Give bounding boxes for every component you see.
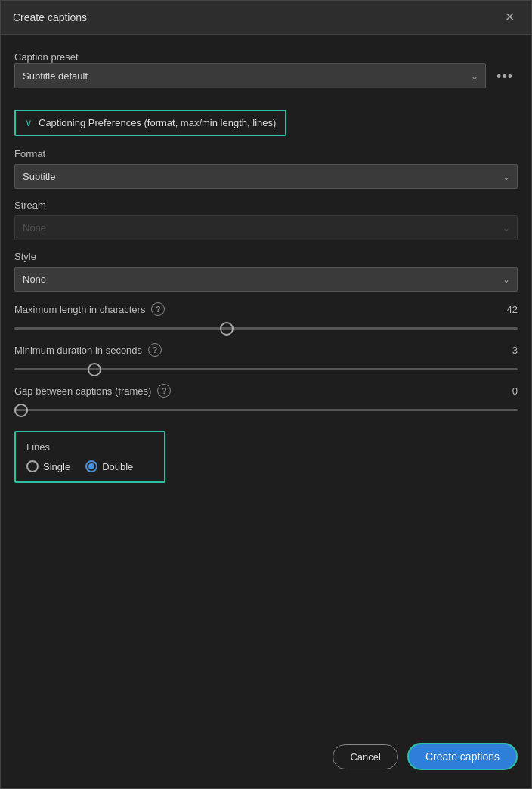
caption-preset-group: Caption preset Subtitle default ⌄ •••	[14, 50, 518, 99]
dialog-title: Create captions	[13, 11, 87, 23]
lines-double-label: Double	[102, 461, 133, 472]
gap-between-slider[interactable]	[14, 409, 518, 411]
min-duration-slider[interactable]	[14, 368, 518, 370]
gap-between-value: 0	[512, 385, 518, 397]
captioning-preferences-label: Captioning Preferences (format, max/min …	[39, 117, 276, 128]
min-duration-label-row: Minimum duration in seconds ? 3	[14, 343, 518, 357]
lines-single-radio-circle	[26, 460, 39, 472]
format-group: Format Subtitle ⌄	[14, 148, 518, 189]
captioning-preferences-header[interactable]: ∨ Captioning Preferences (format, max/mi…	[14, 110, 286, 136]
format-select[interactable]: Subtitle	[14, 164, 518, 189]
gap-between-label-row: Gap between captions (frames) ? 0	[14, 384, 518, 398]
caption-preset-select[interactable]: Subtitle default	[14, 63, 486, 88]
gap-between-label-text: Gap between captions (frames) ?	[14, 384, 171, 398]
dialog-footer: Cancel Create captions	[1, 731, 531, 788]
title-bar: Create captions ✕	[1, 1, 531, 35]
format-wrapper: Subtitle ⌄	[14, 164, 518, 189]
style-wrapper: None ⌄	[14, 267, 518, 292]
stream-group: Stream None ⌄	[14, 200, 518, 240]
create-captions-dialog: Create captions ✕ Caption preset Subtitl…	[0, 0, 532, 789]
style-label: Style	[14, 251, 518, 262]
max-length-group: Maximum length in characters ? 42	[14, 302, 518, 333]
gap-between-help-icon[interactable]: ?	[157, 384, 171, 398]
max-length-value: 42	[507, 304, 518, 315]
close-button[interactable]: ✕	[500, 10, 519, 25]
stream-wrapper: None ⌄	[14, 215, 518, 240]
max-length-label-row: Maximum length in characters ? 42	[14, 302, 518, 316]
lines-section: Lines Single Double	[14, 431, 165, 483]
lines-radio-group: Single Double	[26, 460, 153, 472]
lines-single-label: Single	[43, 461, 70, 472]
lines-double-radio-circle	[85, 460, 97, 472]
style-select[interactable]: None	[14, 267, 518, 292]
caption-preset-wrapper: Subtitle default ⌄	[14, 63, 486, 88]
caption-preset-label: Caption preset	[14, 51, 79, 63]
dialog-content: Caption preset Subtitle default ⌄ ••• ∨ …	[1, 35, 531, 731]
caption-preset-row: Subtitle default ⌄ •••	[14, 63, 518, 88]
lines-label: Lines	[26, 441, 153, 453]
preferences-chevron-icon: ∨	[25, 117, 32, 128]
max-length-help-icon[interactable]: ?	[151, 302, 165, 316]
min-duration-label-text: Minimum duration in seconds ?	[14, 343, 162, 357]
max-length-slider[interactable]	[14, 327, 518, 330]
create-captions-button[interactable]: Create captions	[407, 743, 518, 770]
gap-between-group: Gap between captions (frames) ? 0	[14, 384, 518, 414]
format-label: Format	[14, 148, 518, 159]
cancel-button[interactable]: Cancel	[332, 744, 397, 769]
more-options-button[interactable]: •••	[492, 67, 518, 86]
lines-double-option[interactable]: Double	[85, 460, 133, 472]
min-duration-value: 3	[512, 345, 518, 356]
stream-select: None	[14, 215, 518, 240]
max-length-label-text: Maximum length in characters ?	[14, 302, 165, 316]
stream-label: Stream	[14, 200, 518, 211]
min-duration-help-icon[interactable]: ?	[148, 343, 162, 357]
min-duration-group: Minimum duration in seconds ? 3	[14, 343, 518, 373]
lines-single-option[interactable]: Single	[26, 460, 70, 472]
style-group: Style None ⌄	[14, 251, 518, 292]
